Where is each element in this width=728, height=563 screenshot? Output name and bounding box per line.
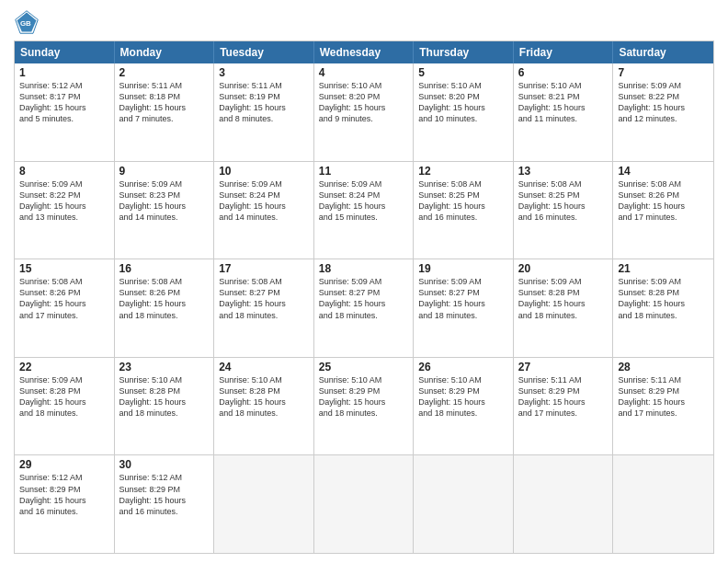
cell-line: Daylight: 15 hours (19, 102, 109, 113)
cell-line: Sunrise: 5:08 AM (119, 276, 210, 287)
day-cell-1: 1Sunrise: 5:12 AMSunset: 8:17 PMDaylight… (15, 63, 115, 161)
day-number: 5 (418, 66, 508, 79)
cell-line: Daylight: 15 hours (19, 396, 109, 408)
cell-line: Sunset: 8:21 PM (518, 91, 609, 102)
cell-line: Sunrise: 5:09 AM (418, 276, 508, 287)
day-cell-28: 28Sunrise: 5:11 AMSunset: 8:29 PMDayligh… (613, 358, 713, 455)
calendar: SundayMondayTuesdayWednesdayThursdayFrid… (14, 40, 714, 554)
day-number: 11 (319, 165, 409, 178)
day-cell-13: 13Sunrise: 5:08 AMSunset: 8:25 PMDayligh… (514, 162, 614, 259)
day-cell-24: 24Sunrise: 5:10 AMSunset: 8:28 PMDayligh… (214, 358, 314, 455)
cell-line: Sunrise: 5:12 AM (119, 472, 210, 483)
cell-line: Sunset: 8:26 PM (119, 287, 210, 298)
day-cell-8: 8Sunrise: 5:09 AMSunset: 8:22 PMDaylight… (15, 162, 115, 259)
day-number: 3 (219, 66, 309, 79)
day-number: 23 (119, 361, 210, 373)
cell-line: Daylight: 15 hours (618, 102, 709, 113)
day-cell-6: 6Sunrise: 5:10 AMSunset: 8:21 PMDaylight… (514, 63, 614, 161)
cell-line: Sunset: 8:29 PM (319, 385, 409, 396)
cell-line: Sunset: 8:27 PM (319, 287, 409, 298)
cell-line: and 17 minutes. (19, 310, 109, 321)
day-cell-18: 18Sunrise: 5:09 AMSunset: 8:27 PMDayligh… (314, 259, 415, 357)
cell-line: and 10 minutes. (418, 113, 508, 124)
day-cell-30: 30Sunrise: 5:12 AMSunset: 8:29 PMDayligh… (115, 455, 215, 553)
calendar-header: SundayMondayTuesdayWednesdayThursdayFrid… (15, 41, 713, 63)
cell-line: Sunset: 8:26 PM (618, 190, 709, 201)
cell-line: Daylight: 15 hours (119, 298, 210, 309)
header-day-friday: Friday (514, 41, 614, 63)
day-number: 24 (219, 361, 309, 373)
day-cell-27: 27Sunrise: 5:11 AMSunset: 8:29 PMDayligh… (514, 358, 614, 455)
header-day-saturday: Saturday (613, 41, 713, 63)
calendar-row-2: 8Sunrise: 5:09 AMSunset: 8:22 PMDaylight… (15, 161, 713, 259)
header-day-sunday: Sunday (15, 41, 115, 63)
day-number: 22 (19, 361, 109, 373)
day-number: 8 (19, 165, 109, 178)
cell-line: and 18 minutes. (618, 310, 709, 321)
cell-line: Sunrise: 5:09 AM (618, 80, 709, 91)
cell-line: Daylight: 15 hours (418, 396, 508, 408)
cell-line: Daylight: 15 hours (19, 201, 109, 212)
cell-line: Daylight: 15 hours (119, 396, 210, 408)
cell-line: Sunrise: 5:10 AM (518, 80, 609, 91)
cell-line: and 16 minutes. (418, 212, 508, 223)
cell-line: Daylight: 15 hours (219, 102, 309, 113)
cell-line: Daylight: 15 hours (518, 201, 609, 212)
cell-line: and 18 minutes. (219, 310, 309, 321)
cell-line: Sunrise: 5:10 AM (319, 80, 409, 91)
day-number: 27 (518, 361, 609, 373)
cell-line: Sunrise: 5:12 AM (19, 472, 109, 483)
day-cell-23: 23Sunrise: 5:10 AMSunset: 8:28 PMDayligh… (115, 358, 215, 455)
cell-line: Sunrise: 5:09 AM (518, 276, 609, 287)
cell-line: Daylight: 15 hours (418, 201, 508, 212)
cell-line: Sunrise: 5:09 AM (618, 276, 709, 287)
cell-line: and 18 minutes. (518, 310, 609, 321)
empty-cell (613, 455, 713, 553)
cell-line: and 14 minutes. (119, 212, 210, 223)
cell-line: Sunset: 8:28 PM (618, 287, 709, 298)
day-cell-9: 9Sunrise: 5:09 AMSunset: 8:23 PMDaylight… (115, 162, 215, 259)
calendar-row-1: 1Sunrise: 5:12 AMSunset: 8:17 PMDaylight… (15, 63, 713, 161)
cell-line: Sunrise: 5:10 AM (219, 374, 309, 385)
cell-line: Sunset: 8:28 PM (219, 385, 309, 396)
cell-line: Sunrise: 5:10 AM (119, 374, 210, 385)
cell-line: Daylight: 15 hours (418, 298, 508, 309)
cell-line: Sunset: 8:27 PM (418, 287, 508, 298)
header-day-monday: Monday (115, 41, 215, 63)
cell-line: Sunrise: 5:09 AM (19, 374, 109, 385)
day-number: 10 (219, 165, 309, 178)
cell-line: Sunrise: 5:08 AM (418, 178, 508, 190)
cell-line: and 13 minutes. (19, 212, 109, 223)
cell-line: Sunrise: 5:08 AM (518, 178, 609, 190)
cell-line: and 17 minutes. (618, 408, 709, 419)
day-cell-20: 20Sunrise: 5:09 AMSunset: 8:28 PMDayligh… (514, 259, 614, 357)
day-cell-14: 14Sunrise: 5:08 AMSunset: 8:26 PMDayligh… (613, 162, 713, 259)
cell-line: Sunset: 8:25 PM (418, 190, 508, 201)
day-cell-10: 10Sunrise: 5:09 AMSunset: 8:24 PMDayligh… (214, 162, 314, 259)
day-number: 7 (618, 66, 709, 79)
day-number: 17 (219, 262, 309, 275)
cell-line: and 16 minutes. (19, 506, 109, 517)
cell-line: Sunset: 8:20 PM (418, 91, 508, 102)
cell-line: Sunset: 8:29 PM (119, 484, 210, 495)
day-cell-3: 3Sunrise: 5:11 AMSunset: 8:19 PMDaylight… (214, 63, 314, 161)
calendar-row-4: 22Sunrise: 5:09 AMSunset: 8:28 PMDayligh… (15, 357, 713, 455)
logo-icon: GB (14, 9, 40, 35)
empty-cell (214, 455, 314, 553)
cell-line: Sunset: 8:29 PM (618, 385, 709, 396)
day-number: 30 (119, 458, 210, 471)
day-cell-17: 17Sunrise: 5:08 AMSunset: 8:27 PMDayligh… (214, 259, 314, 357)
day-cell-11: 11Sunrise: 5:09 AMSunset: 8:24 PMDayligh… (314, 162, 415, 259)
day-number: 9 (119, 165, 210, 178)
day-number: 13 (518, 165, 609, 178)
cell-line: Daylight: 15 hours (518, 396, 609, 408)
day-number: 12 (418, 165, 508, 178)
cell-line: Daylight: 15 hours (319, 201, 409, 212)
cell-line: Sunset: 8:29 PM (19, 484, 109, 495)
cell-line: Sunset: 8:22 PM (618, 91, 709, 102)
cell-line: Daylight: 15 hours (518, 102, 609, 113)
day-cell-29: 29Sunrise: 5:12 AMSunset: 8:29 PMDayligh… (15, 455, 115, 553)
cell-line: and 11 minutes. (518, 113, 609, 124)
header-day-wednesday: Wednesday (314, 41, 415, 63)
cell-line: Daylight: 15 hours (19, 495, 109, 506)
